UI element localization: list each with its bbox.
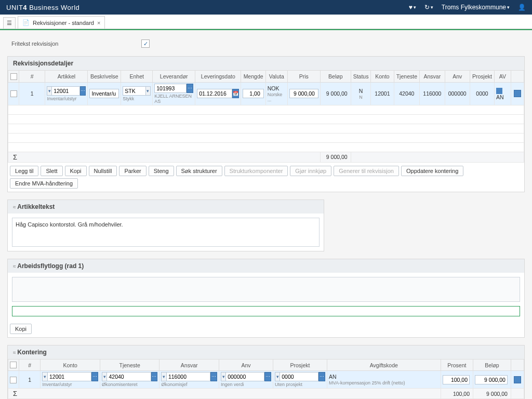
steng-button[interactable]: Steng	[149, 166, 174, 176]
leverandor-lookup-icon[interactable]: ⋯	[187, 84, 193, 93]
cell-konto: 12001	[371, 82, 394, 105]
col-ansvar[interactable]: Ansvar	[420, 71, 445, 83]
enhet-input[interactable]	[123, 86, 145, 96]
prosent-input[interactable]	[443, 375, 470, 384]
menu-icon[interactable]: ☰	[3, 17, 16, 29]
col-valuta[interactable]: Valuta	[265, 71, 287, 83]
col-prosjekt[interactable]: Prosjekt	[470, 71, 494, 83]
ktotal-prosent: 100,00	[441, 389, 473, 399]
tjeneste-lookup-icon[interactable]: ⋯	[151, 372, 158, 381]
tab-rekvisisjoner[interactable]: 📄 Rekvisisjoner - standard ×	[18, 16, 105, 29]
gjor-innkjop-button[interactable]: Gjør innkjøp	[290, 166, 331, 176]
col-tjeneste[interactable]: Tjeneste	[394, 71, 420, 83]
kontering-panel: Kontering # Konto Tjeneste Ansvar Anv Pr…	[7, 345, 525, 399]
select-all-checkbox[interactable]	[10, 73, 17, 80]
kopi-button[interactable]: Kopi	[65, 166, 87, 176]
kcol-num[interactable]: #	[19, 359, 41, 371]
beskrivelse-input[interactable]	[89, 89, 119, 98]
col-konto[interactable]: Konto	[371, 71, 394, 83]
kontering-title[interactable]: Kontering	[8, 345, 524, 359]
col-av[interactable]: AV	[495, 71, 511, 83]
col-num[interactable]: #	[19, 71, 45, 83]
user-icon[interactable]: 👤	[518, 4, 526, 11]
tjeneste-dropdown[interactable]: ▾	[102, 372, 107, 381]
kcol-ansvar[interactable]: Ansvar	[159, 359, 219, 371]
konto-lookup-icon[interactable]: ⋯	[91, 372, 98, 381]
leverandor-input[interactable]	[154, 84, 187, 93]
kcol-tjeneste[interactable]: Tjeneste	[100, 359, 159, 371]
col-anv[interactable]: Anv	[445, 71, 470, 83]
artikkel-lookup-icon[interactable]: ⋯	[80, 86, 86, 96]
ansvar-lookup-icon[interactable]: ⋯	[210, 372, 217, 381]
konto-dropdown[interactable]: ▾	[42, 372, 47, 381]
anv-subtext: Ingen verdi	[221, 381, 271, 387]
endre-mva-button[interactable]: Endre MVA-håndtering	[10, 178, 78, 189]
artikkel-input[interactable]	[51, 86, 80, 96]
col-status[interactable]: Status	[351, 71, 371, 83]
col-belop[interactable]: Beløp	[320, 71, 351, 83]
nullstill-button[interactable]: Nullstill	[89, 166, 117, 176]
generer-til-rekvisisjon-button[interactable]: Generer til rekvisisjon	[334, 166, 399, 176]
tjeneste-input[interactable]	[107, 372, 151, 381]
kcol-avgiftskode[interactable]: Avgiftskode	[327, 359, 441, 371]
anv-lookup-icon[interactable]: ⋯	[264, 372, 271, 381]
ansvar-input[interactable]	[166, 372, 210, 381]
kcol-konto[interactable]: Konto	[41, 359, 100, 371]
slett-button[interactable]: Slett	[41, 166, 62, 176]
krow-image-icon[interactable]	[514, 376, 521, 383]
oppdatere-kontering-button[interactable]: Oppdatere kontering	[401, 166, 463, 176]
artikkeltekst-title[interactable]: Artikkeltekst	[8, 200, 324, 214]
parker-button[interactable]: Parker	[119, 166, 146, 176]
mengde-input[interactable]	[243, 89, 263, 98]
prosjekt-subtext: Uten prosjekt	[275, 381, 325, 387]
anv-dropdown[interactable]: ▾	[221, 372, 225, 381]
close-icon[interactable]: ×	[97, 20, 100, 26]
table-row[interactable]: 1 ▾ ⋯ Inventar/utstyr ▾	[8, 82, 524, 105]
kontering-row[interactable]: 1 ▾⋯ Inventar/utstyr ▾⋯ Økonomisenteret …	[8, 371, 524, 389]
workflow-kopi-button[interactable]: Kopi	[10, 324, 32, 334]
kontering-select-all[interactable]	[10, 362, 17, 368]
kcol-prosjekt[interactable]: Prosjekt	[273, 359, 327, 371]
prosjekt-lookup-icon[interactable]: ⋯	[318, 372, 325, 381]
col-leveringsdato[interactable]: Leveringsdato	[195, 71, 241, 83]
favorites-icon[interactable]: ♥	[409, 4, 416, 11]
col-pris[interactable]: Pris	[287, 71, 320, 83]
freetext-row: Fritekst rekvisisjon ✓	[7, 37, 525, 56]
workflow-input[interactable]	[12, 306, 520, 316]
history-icon[interactable]: ↻	[424, 4, 433, 11]
ansvar-dropdown[interactable]: ▾	[161, 372, 166, 381]
pris-input[interactable]	[289, 89, 318, 98]
org-selector[interactable]: Troms Fylkeskommune	[442, 4, 510, 11]
artikkel-dropdown[interactable]: ▾	[47, 86, 51, 96]
legg-til-button[interactable]: Legg til	[10, 166, 38, 176]
prosjekt-input[interactable]	[280, 372, 318, 381]
kbelop-input[interactable]	[475, 375, 508, 384]
col-mengde[interactable]: Mengde	[241, 71, 265, 83]
top-bar: UNIT4 Business World ♥ ↻ Troms Fylkeskom…	[0, 0, 532, 15]
col-beskrivelse[interactable]: Beskrivelse	[88, 71, 121, 83]
row-checkbox[interactable]	[10, 90, 17, 97]
leveringsdato-input[interactable]	[197, 89, 232, 98]
artikkeltekst-textarea[interactable]: Håg Capisco kontorstol. Grå m/hodehviler…	[12, 218, 320, 247]
col-enhet[interactable]: Enhet	[121, 71, 153, 83]
konto-input[interactable]	[47, 372, 91, 381]
freetext-checkbox[interactable]: ✓	[141, 39, 150, 48]
sok-strukturer-button[interactable]: Søk strukturer	[176, 166, 222, 176]
anv-input[interactable]	[225, 372, 264, 381]
col-artikkel[interactable]: Artikkel	[45, 71, 88, 83]
prosjekt-dropdown[interactable]: ▾	[275, 372, 280, 381]
kcol-anv[interactable]: Anv	[219, 359, 273, 371]
row-image-icon[interactable]	[514, 90, 521, 97]
enhet-dropdown[interactable]: ▾	[146, 86, 151, 96]
details-title: Rekvisisjonsdetaljer	[8, 57, 524, 70]
details-grid: # Artikkel Beskrivelse Enhet Leverandør …	[8, 70, 524, 163]
col-leverandor[interactable]: Leverandør	[153, 71, 195, 83]
strukturkomponenter-button[interactable]: Strukturkomponenter	[224, 166, 288, 176]
kcol-belop[interactable]: Beløp	[473, 359, 511, 371]
calendar-icon[interactable]: 📅	[232, 89, 239, 98]
krow-checkbox[interactable]	[10, 377, 17, 383]
workflow-title[interactable]: Arbeidsflytlogg (rad 1)	[8, 259, 524, 273]
workflow-panel: Arbeidsflytlogg (rad 1) Kopi	[7, 259, 525, 338]
details-toolbar: Legg til Slett Kopi Nullstill Parker Ste…	[8, 163, 524, 192]
kcol-prosent[interactable]: Prosent	[441, 359, 473, 371]
